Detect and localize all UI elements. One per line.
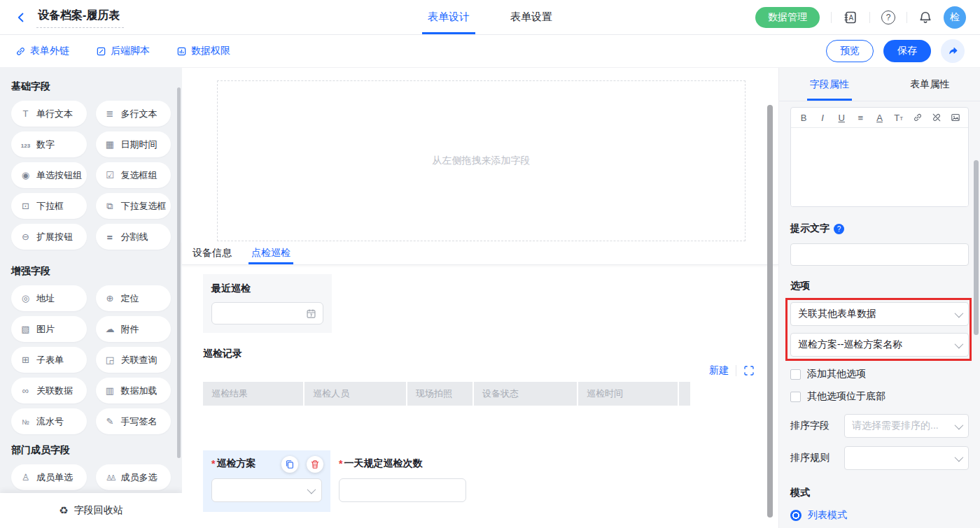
data-permission-button[interactable]: 数据权限 bbox=[176, 45, 230, 57]
italic-icon[interactable]: I bbox=[815, 113, 830, 123]
option-field-select[interactable]: 巡检方案--巡检方案名称 bbox=[790, 333, 969, 357]
page-title[interactable]: 设备档案-履历表 bbox=[36, 6, 124, 28]
panel-scrollbar[interactable] bbox=[974, 160, 979, 335]
option-source-select[interactable]: 关联其他表单数据 bbox=[790, 302, 969, 326]
daily-count-label-row: * 一天规定巡检次数 bbox=[339, 457, 466, 470]
field-pill-single-line-text[interactable]: 单行文本 bbox=[11, 101, 87, 127]
font-size-icon[interactable]: T bbox=[891, 113, 906, 123]
tab-spot-inspection[interactable]: 点检巡检 bbox=[251, 241, 290, 264]
data-manage-button[interactable]: 数据管理 bbox=[755, 7, 820, 28]
inspection-plan-select[interactable] bbox=[211, 478, 322, 502]
field-pill-image[interactable]: 图片 bbox=[11, 316, 87, 342]
add-other-option-checkbox[interactable] bbox=[790, 369, 801, 380]
unlink-icon[interactable] bbox=[929, 113, 944, 122]
recent-inspection-field[interactable]: 最近巡检 bbox=[203, 274, 332, 333]
column-header: 巡检时间 bbox=[578, 382, 678, 406]
field-pill-number[interactable]: 数字 bbox=[11, 131, 87, 157]
tab-device-info[interactable]: 设备信息 bbox=[192, 241, 232, 264]
divider bbox=[869, 12, 870, 23]
tab-form-design[interactable]: 表单设计 bbox=[428, 0, 470, 34]
chevron-down-icon bbox=[955, 339, 964, 348]
field-pill-linked-query[interactable]: 关联查询 bbox=[96, 347, 172, 373]
canvas-tab-bar: 设备信息 点检巡检 bbox=[182, 241, 778, 265]
linked-query-icon bbox=[104, 355, 116, 364]
field-pill-subform[interactable]: 子表单 bbox=[11, 347, 87, 373]
tab-form-properties[interactable]: 表单属性 bbox=[880, 68, 980, 101]
bold-icon[interactable]: B bbox=[796, 113, 811, 123]
field-pill-checkbox-group[interactable]: 复选框组 bbox=[96, 162, 172, 188]
hint-text-input[interactable] bbox=[790, 243, 969, 266]
recent-inspection-date-input[interactable] bbox=[211, 302, 323, 324]
insert-image-icon[interactable] bbox=[948, 113, 963, 122]
help-icon[interactable]: ? bbox=[881, 10, 895, 24]
options-selects: 关联其他表单数据 巡检方案--巡检方案名称 bbox=[790, 302, 969, 357]
field-pill-divider[interactable]: 分割线 bbox=[96, 224, 172, 250]
fullscreen-expand-icon[interactable] bbox=[743, 365, 755, 376]
save-button[interactable]: 保存 bbox=[883, 40, 931, 62]
field-pill-member-single[interactable]: 成员单选 bbox=[11, 464, 87, 490]
field-pill-dropdown[interactable]: 下拉框 bbox=[11, 193, 87, 219]
field-pill-extend-button[interactable]: 扩展按钮 bbox=[11, 224, 87, 250]
hint-help-icon[interactable]: ? bbox=[834, 224, 844, 234]
rich-text-toolbar: B I U ≡ A T bbox=[791, 108, 968, 128]
inspection-plan-field-selected[interactable]: * 巡检方案 bbox=[203, 450, 330, 512]
field-pill-signature[interactable]: 手写签名 bbox=[96, 408, 172, 434]
daily-count-field[interactable]: * 一天规定巡检次数 bbox=[339, 450, 466, 512]
field-recycle-bin[interactable]: ♻ 字段回收站 bbox=[0, 493, 182, 528]
sort-rule-select[interactable] bbox=[844, 446, 969, 470]
column-header: 巡检人员 bbox=[304, 382, 406, 406]
font-color-icon[interactable]: A bbox=[872, 113, 888, 123]
underline-icon[interactable]: U bbox=[834, 113, 849, 123]
fields-row: * 巡检方案 bbox=[203, 450, 755, 512]
field-pill-multi-line-text[interactable]: 多行文本 bbox=[96, 101, 172, 127]
field-pill-radio-group[interactable]: 单选按钮组 bbox=[11, 162, 87, 188]
external-link-button[interactable]: 表单外链 bbox=[15, 45, 69, 57]
canvas-scrollbar[interactable] bbox=[767, 105, 773, 518]
header-tabs: 表单设计 表单设置 bbox=[428, 0, 552, 34]
permission-icon bbox=[176, 46, 187, 57]
daily-count-input[interactable] bbox=[339, 478, 466, 502]
sort-field-select[interactable]: 请选择需要排序的... bbox=[844, 414, 969, 438]
divider bbox=[906, 12, 907, 23]
sort-rule-label: 排序规则 bbox=[790, 452, 830, 464]
chevron-down-icon bbox=[955, 420, 964, 429]
other-option-bottom-checkbox[interactable] bbox=[790, 392, 801, 402]
sort-field-row: 排序字段 请选择需要排序的... bbox=[790, 414, 969, 438]
rich-text-input-area[interactable] bbox=[791, 128, 968, 206]
align-icon[interactable]: ≡ bbox=[853, 113, 868, 123]
link-icon[interactable] bbox=[910, 113, 925, 122]
required-mark: * bbox=[211, 458, 215, 469]
preview-button[interactable]: 预览 bbox=[826, 40, 874, 62]
inspection-plan-label: 巡检方案 bbox=[216, 457, 255, 470]
field-pill-location[interactable]: 定位 bbox=[96, 285, 172, 311]
user-avatar[interactable]: 检 bbox=[944, 6, 966, 29]
sidebar-scrollbar[interactable] bbox=[177, 87, 181, 458]
backend-script-button[interactable]: 后端脚本 bbox=[96, 45, 150, 57]
guide-book-icon[interactable]: A bbox=[843, 10, 858, 24]
delete-field-button[interactable] bbox=[307, 456, 323, 473]
field-pill-member-multi[interactable]: 成员多选 bbox=[96, 464, 172, 490]
linked-data-icon bbox=[20, 386, 31, 395]
image-icon bbox=[20, 324, 31, 334]
share-button[interactable] bbox=[941, 39, 965, 63]
panel-body: B I U ≡ A T bbox=[779, 101, 980, 528]
tab-form-settings[interactable]: 表单设置 bbox=[510, 0, 552, 34]
dropzone[interactable]: 从左侧拖拽来添加字段 bbox=[217, 80, 746, 241]
field-pill-attachment[interactable]: 附件 bbox=[96, 316, 172, 342]
field-pill-data-load[interactable]: 数据加载 bbox=[96, 378, 172, 404]
multi-dropdown-icon bbox=[104, 201, 116, 211]
field-pill-serial-number[interactable]: 流水号 bbox=[11, 408, 87, 434]
field-pill-multi-dropdown[interactable]: 下拉复选框 bbox=[96, 193, 172, 219]
section-title-enhanced-fields: 增强字段 bbox=[11, 265, 171, 278]
field-pill-address[interactable]: 地址 bbox=[11, 285, 87, 311]
duplicate-field-button[interactable] bbox=[281, 456, 298, 473]
new-record-link[interactable]: 新建 bbox=[709, 364, 729, 377]
field-pill-datetime[interactable]: 日期时间 bbox=[96, 131, 172, 157]
back-button[interactable] bbox=[14, 10, 28, 24]
tab-field-properties[interactable]: 字段属性 bbox=[779, 68, 880, 101]
column-header: 现场拍照 bbox=[407, 382, 472, 406]
field-pill-linked-data[interactable]: 关联数据 bbox=[11, 378, 87, 404]
notification-bell-icon[interactable] bbox=[918, 10, 932, 24]
list-mode-radio[interactable] bbox=[790, 510, 802, 521]
address-pin-icon bbox=[20, 294, 31, 303]
